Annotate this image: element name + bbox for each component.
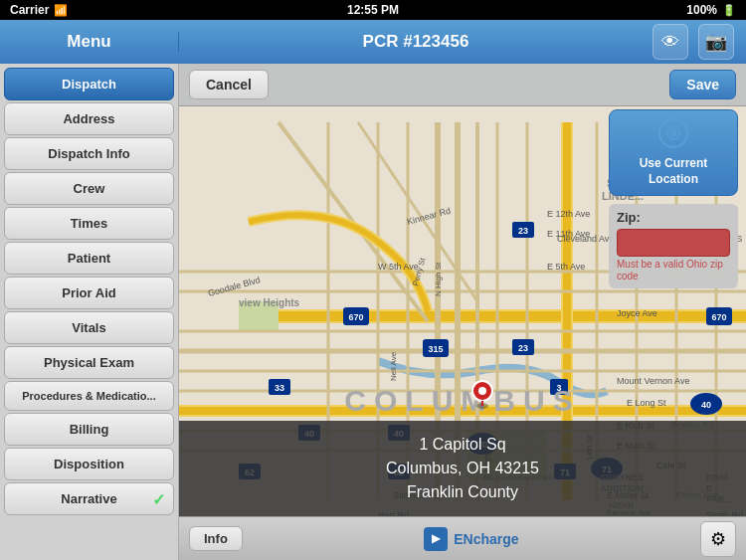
menu-button[interactable]: Menu bbox=[0, 32, 179, 52]
sidebar-item-billing[interactable]: Billing bbox=[4, 413, 174, 446]
sidebar-item-dispatch[interactable]: Dispatch bbox=[4, 68, 174, 100]
svg-point-72 bbox=[478, 387, 486, 395]
eye-button[interactable]: 👁 bbox=[653, 24, 688, 60]
zip-label: Zip: bbox=[617, 210, 730, 225]
sidebar-item-address[interactable]: Address bbox=[4, 102, 174, 135]
svg-text:Joyce Ave: Joyce Ave bbox=[617, 308, 657, 318]
svg-text:40: 40 bbox=[701, 400, 711, 410]
modal-toolbar: Cancel Save bbox=[179, 64, 746, 106]
sidebar-item-physical-exam[interactable]: Physical Exam bbox=[4, 346, 174, 379]
svg-text:670: 670 bbox=[348, 312, 363, 322]
svg-text:33: 33 bbox=[275, 383, 284, 393]
pcr-title: PCR #123456 bbox=[179, 32, 653, 52]
svg-text:E 5th Ave: E 5th Ave bbox=[547, 262, 585, 272]
status-right: 100% 🔋 bbox=[686, 3, 736, 17]
svg-text:Cleveland Ave: Cleveland Ave bbox=[557, 234, 614, 244]
sidebar-item-procedures[interactable]: Procedures & Medicatio... bbox=[4, 381, 174, 411]
map-address-overlay: 1 Capitol Sq Columbus, OH 43215 Franklin… bbox=[179, 421, 746, 516]
sidebar-item-times[interactable]: Times bbox=[4, 207, 174, 240]
eye-icon: 👁 bbox=[661, 32, 679, 53]
status-left: Carrier 📶 bbox=[10, 3, 68, 17]
sidebar-item-patient[interactable]: Patient bbox=[4, 242, 174, 275]
svg-text:E Long St: E Long St bbox=[627, 398, 666, 408]
battery-icon: 🔋 bbox=[722, 4, 736, 17]
sidebar: Dispatch Address Dispatch Info Crew Time… bbox=[0, 64, 179, 560]
svg-text:COLUMBUS: COLUMBUS bbox=[344, 384, 580, 417]
svg-text:W 5th Ave: W 5th Ave bbox=[378, 262, 419, 272]
svg-point-74 bbox=[667, 127, 679, 139]
svg-text:315: 315 bbox=[428, 344, 443, 354]
address-line1: 1 Capitol Sq bbox=[199, 433, 726, 457]
zip-input[interactable] bbox=[617, 229, 730, 257]
zip-section: Zip: Must be a valid Ohio zip code bbox=[609, 204, 738, 288]
sidebar-item-vitals[interactable]: Vitals bbox=[4, 311, 174, 344]
header: Menu PCR #123456 👁 📷 bbox=[0, 20, 746, 64]
svg-text:23: 23 bbox=[518, 343, 528, 353]
address-line3: Franklin County bbox=[199, 480, 726, 504]
svg-point-73 bbox=[671, 131, 676, 136]
zip-error-message: Must be a valid Ohio zip code bbox=[617, 259, 730, 282]
sidebar-item-crew[interactable]: Crew bbox=[4, 172, 174, 205]
encharge-arrow-icon: ▶ bbox=[432, 532, 440, 545]
sidebar-item-dispatch-info[interactable]: Dispatch Info bbox=[4, 137, 174, 170]
use-current-location-button[interactable]: Use CurrentLocation bbox=[609, 109, 738, 196]
address-line2: Columbus, OH 43215 bbox=[199, 457, 726, 480]
main-layout: Dispatch Address Dispatch Info Crew Time… bbox=[0, 64, 746, 560]
svg-text:N High St: N High St bbox=[434, 262, 443, 296]
svg-text:23: 23 bbox=[518, 226, 528, 236]
location-icon bbox=[658, 118, 688, 148]
cancel-button[interactable]: Cancel bbox=[189, 70, 269, 99]
status-bar: Carrier 📶 12:55 PM 100% 🔋 bbox=[0, 0, 746, 20]
gear-button[interactable]: ⚙ bbox=[700, 521, 736, 557]
right-panel: Use CurrentLocation Zip: Must be a valid… bbox=[609, 109, 738, 288]
sidebar-item-prior-aid[interactable]: Prior Aid bbox=[4, 277, 174, 309]
svg-text:Mount Vernon Ave: Mount Vernon Ave bbox=[617, 376, 689, 386]
gear-icon: ⚙ bbox=[710, 528, 726, 550]
encharge-icon: ▶ bbox=[424, 527, 448, 551]
header-icons: 👁 📷 bbox=[653, 24, 746, 60]
info-button[interactable]: Info bbox=[189, 526, 243, 551]
modal-overlay: Cancel Save bbox=[179, 64, 746, 560]
svg-text:E 12th Ave: E 12th Ave bbox=[547, 209, 590, 219]
sidebar-item-narrative[interactable]: Narrative bbox=[4, 482, 174, 515]
location-icon-wrapper bbox=[616, 118, 731, 152]
wifi-icon: 📶 bbox=[54, 4, 68, 17]
svg-text:Neil Ave: Neil Ave bbox=[389, 351, 398, 381]
carrier-label: Carrier bbox=[10, 3, 49, 17]
camera-button[interactable]: 📷 bbox=[698, 24, 734, 60]
camera-icon: 📷 bbox=[705, 31, 727, 53]
encharge-label: ENcharge bbox=[454, 531, 518, 547]
svg-text:670: 670 bbox=[711, 312, 726, 322]
use-current-location-label: Use CurrentLocation bbox=[616, 156, 731, 187]
sidebar-item-disposition[interactable]: Disposition bbox=[4, 448, 174, 480]
save-button[interactable]: Save bbox=[669, 70, 736, 99]
bottom-bar: Info ▶ ENcharge ⚙ bbox=[179, 516, 746, 560]
battery-label: 100% bbox=[686, 3, 717, 17]
content-area: Cancel Save bbox=[179, 64, 746, 560]
status-time: 12:55 PM bbox=[347, 3, 399, 17]
encharge-section: ▶ ENcharge bbox=[424, 527, 518, 551]
svg-text:view Heights: view Heights bbox=[239, 297, 300, 308]
